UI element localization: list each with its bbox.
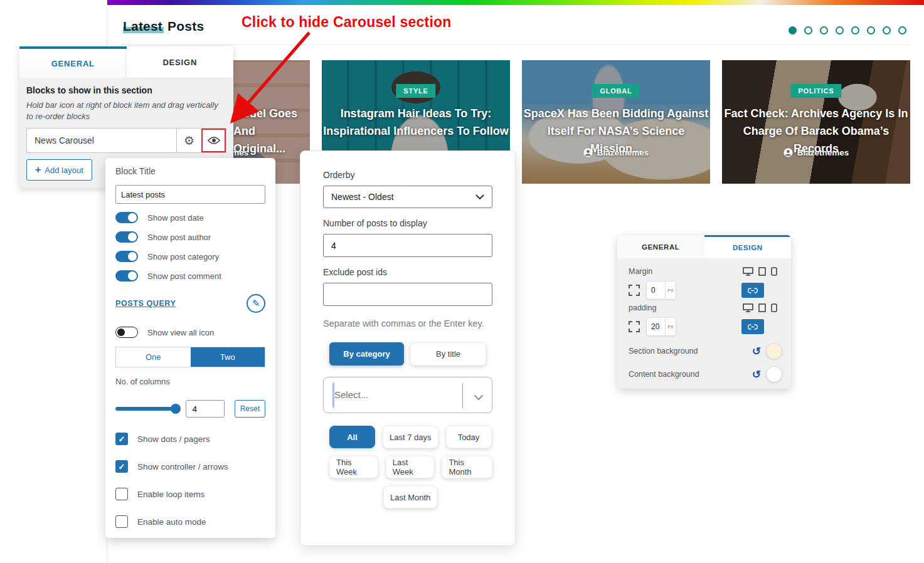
category-select[interactable]: Select...	[323, 377, 492, 413]
exclude-ids-input[interactable]	[323, 283, 492, 306]
filter-mode-row: By category By title	[323, 342, 492, 366]
section-background-swatch[interactable]	[766, 343, 782, 359]
link-sides-button[interactable]	[741, 283, 764, 298]
phone-icon[interactable]	[771, 267, 777, 276]
content-background-label: Content background	[629, 370, 752, 379]
orderby-select[interactable]: Newest - Oldest	[323, 186, 492, 208]
posts-query-link[interactable]: POSTS QUERY	[115, 299, 176, 308]
edit-query-button[interactable]: ✎	[247, 294, 265, 313]
reset-columns-button[interactable]: Reset	[235, 400, 265, 418]
phone-icon[interactable]	[771, 303, 777, 312]
pager-dot[interactable]	[820, 26, 828, 34]
pager-dot[interactable]	[836, 26, 844, 34]
post-author[interactable]: Blazethemes	[522, 148, 710, 157]
posts-query-popover: Orderby Newest - Oldest Number of posts …	[300, 150, 516, 546]
block-visibility-button[interactable]	[201, 129, 226, 152]
date-filter-grid: All Last 7 days Today This Week Last Wee…	[323, 426, 492, 508]
date-filter-lastmonth[interactable]: Last Month	[383, 486, 437, 508]
design-settings-panel: GENERAL DESIGN Margin	[617, 235, 791, 389]
columns-slider[interactable]	[115, 407, 176, 411]
posts-query-row: POSTS QUERY ✎	[115, 294, 265, 313]
content-background-row: Content background ↺	[629, 366, 782, 382]
pager-dot[interactable]	[898, 26, 906, 34]
chevron-down-icon	[475, 194, 484, 200]
tablet-icon[interactable]	[758, 303, 766, 312]
toggle-row: Show view all icon	[115, 327, 265, 338]
columns-value-input[interactable]	[186, 400, 225, 418]
margin-value-input[interactable]: 0	[647, 282, 665, 299]
date-filter-today[interactable]: Today	[446, 426, 492, 448]
section-title: Latest Posts	[123, 19, 204, 34]
orderby-label: Orderby	[323, 170, 492, 180]
block-settings-button[interactable]: ⚙	[176, 129, 201, 152]
device-switcher	[743, 267, 782, 276]
date-filter-thisweek[interactable]: This Week	[329, 456, 378, 478]
slider-thumb[interactable]	[171, 404, 181, 414]
by-category-button[interactable]: By category	[329, 342, 404, 366]
margin-label: Margin	[629, 267, 652, 276]
link-sides-button[interactable]	[741, 319, 764, 334]
person-icon	[583, 148, 593, 157]
reset-icon[interactable]: ↺	[752, 369, 761, 380]
show-post-category-toggle[interactable]	[115, 251, 138, 262]
chevron-down-icon[interactable]	[474, 392, 484, 403]
category-badge[interactable]: POLITICS	[790, 84, 841, 98]
add-layout-button[interactable]: + Add layout	[26, 159, 92, 181]
pager-dot[interactable]	[883, 26, 891, 34]
pager-dot[interactable]	[851, 26, 859, 34]
block-title-input[interactable]	[115, 185, 265, 204]
segment-one[interactable]: One	[116, 347, 191, 367]
sides-icon[interactable]	[629, 321, 640, 332]
post-card[interactable]: GLOBAL SpaceX Has Been Bidding Against I…	[522, 60, 710, 184]
enable-auto-checkbox[interactable]	[115, 515, 128, 528]
date-filter-thismonth[interactable]: This Month	[442, 456, 492, 478]
tab-design[interactable]: DESIGN	[127, 46, 234, 78]
pager-dot[interactable]	[804, 26, 812, 34]
customizer-page: Latest Posts Model Goes And Original...	[0, 0, 924, 563]
show-dots-checkbox[interactable]: ✓	[115, 433, 128, 445]
padding-value-input[interactable]: 20	[647, 318, 665, 335]
check-icon: ✓	[119, 462, 125, 471]
select-placeholder: Select...	[334, 389, 368, 400]
desktop-icon[interactable]	[743, 267, 753, 276]
reset-icon[interactable]: ↺	[752, 346, 761, 357]
checkbox-row: Enable auto mode	[115, 515, 265, 528]
design-body: Margin	[617, 258, 791, 382]
section-title-rest: Posts	[164, 19, 204, 33]
content-background-swatch[interactable]	[766, 366, 782, 382]
padding-unit: PX	[665, 318, 676, 335]
category-badge[interactable]: GLOBAL	[592, 84, 639, 98]
tablet-icon[interactable]	[758, 267, 766, 276]
show-view-all-toggle[interactable]	[115, 327, 138, 338]
enable-loop-checkbox[interactable]	[115, 488, 128, 500]
tab-design[interactable]: DESIGN	[704, 235, 792, 258]
post-author[interactable]: Blazethemes	[722, 148, 910, 157]
post-card[interactable]: POLITICS Fact Check: Archives Agency Is …	[722, 60, 910, 184]
show-post-date-toggle[interactable]	[115, 212, 138, 223]
tab-general[interactable]: GENERAL	[617, 235, 704, 258]
show-controller-checkbox[interactable]: ✓	[115, 460, 128, 473]
date-filter-all[interactable]: All	[329, 426, 375, 448]
padding-controls: 20 PX	[629, 317, 782, 336]
toggle-row: Show post category	[115, 251, 265, 262]
show-post-author-toggle[interactable]	[115, 231, 138, 243]
segment-two[interactable]: Two	[191, 347, 265, 367]
desktop-icon[interactable]	[743, 303, 753, 312]
pager-dot[interactable]	[867, 26, 875, 34]
tab-general[interactable]: GENERAL	[19, 46, 127, 78]
date-filter-last7days[interactable]: Last 7 days	[383, 426, 438, 448]
device-switcher	[743, 303, 782, 312]
category-badge[interactable]: STYLE	[396, 84, 435, 98]
post-count-input[interactable]	[323, 234, 492, 257]
chain-icon	[748, 288, 758, 293]
sides-icon[interactable]	[629, 285, 640, 296]
eye-icon	[208, 136, 220, 145]
pager-dot[interactable]	[789, 26, 797, 34]
post-title[interactable]: Instagram Hair Ideas To Try: Inspiration…	[322, 105, 510, 140]
date-filter-lastweek[interactable]: Last Week	[386, 456, 435, 478]
show-post-comment-toggle[interactable]	[115, 270, 138, 282]
margin-controls: 0 PX	[629, 281, 782, 300]
select-divider	[462, 383, 463, 408]
layout-segmented-control: One Two	[115, 347, 265, 367]
by-title-button[interactable]: By title	[410, 342, 486, 366]
